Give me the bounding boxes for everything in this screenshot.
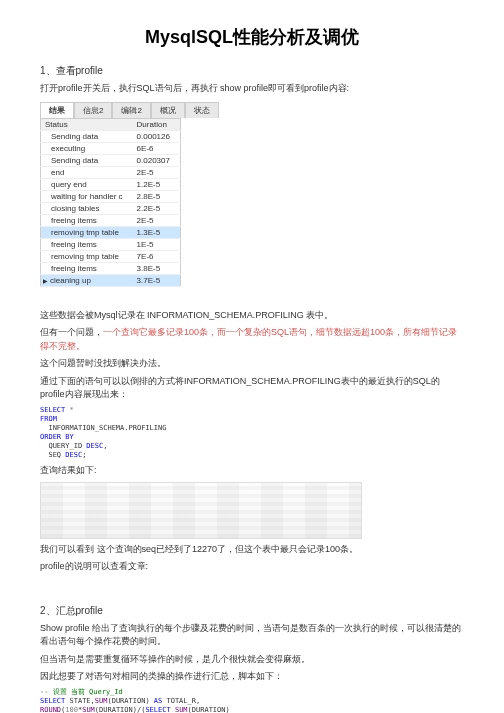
table-row: cleaning up3.7E-5	[41, 274, 181, 286]
table-row: waiting for handler c2.8E-5	[41, 190, 181, 202]
page-title: MysqlSQL性能分析及调优	[40, 25, 464, 49]
section1-heading: 1、查看profile	[40, 64, 464, 78]
result-screenshot	[40, 482, 362, 539]
s1-intro: 打开profile开关后，执行SQL语句后，再执行 show profile即可…	[40, 82, 464, 96]
s1-p2: 但有一个问题，一个查询它最多记录100条，而一个复杂的SQL语句，细节数据远超1…	[40, 326, 464, 353]
sql-block-1: SELECT * FROM INFORMATION_SCHEMA.PROFILI…	[40, 406, 464, 461]
section2-heading: 2、汇总profile	[40, 604, 464, 618]
table-row: Sending data0.020307	[41, 154, 181, 166]
table-row: removing tmp table1.3E-5	[41, 226, 181, 238]
result-tabs: 结果 信息2 编辑2 概况 状态	[40, 102, 464, 118]
tab-profile[interactable]: 概况	[151, 102, 185, 118]
s2-p1: Show profile 给出了查询执行的每个步骤及花费的时间，当语句是数百条的…	[40, 622, 464, 649]
sql-block-2: -- 设置 当前 Query_Id SELECT STATE,SUM(DURAT…	[40, 688, 464, 713]
s1-p4: 通过下面的语句可以以倒排的方式将INFORMATION_SCHEMA.PROFI…	[40, 375, 464, 402]
s2-p2: 但当语句是需要重复循环等操作的时候，是几个很快就会变得麻烦。	[40, 653, 464, 667]
s1-p6: 我们可以看到 这个查询的seq已经到了12270了，但这个表中最只会记录100条…	[40, 543, 464, 557]
table-row: freeing items2E-5	[41, 214, 181, 226]
table-row: closing tables2.2E-5	[41, 202, 181, 214]
s1-p1: 这些数据会被Mysql记录在 INFORMATION_SCHEMA.PROFIL…	[40, 309, 464, 323]
profile-table: StatusDuration Sending data0.000126 exec…	[40, 118, 181, 287]
tab-edit[interactable]: 编辑2	[112, 102, 150, 118]
s1-p5: 查询结果如下:	[40, 464, 464, 478]
s2-p3: 因此想要了对语句对相同的类操的操作进行汇总，脚本如下：	[40, 670, 464, 684]
s1-p3: 这个问题暂时没找到解决办法。	[40, 357, 464, 371]
s1-p7: profile的说明可以查看文章:	[40, 560, 464, 574]
table-row: removing tmp table7E-6	[41, 250, 181, 262]
tab-info[interactable]: 信息2	[74, 102, 112, 118]
table-row: freeing items3.8E-5	[41, 262, 181, 274]
tab-status[interactable]: 状态	[185, 102, 219, 118]
table-row: Sending data0.000126	[41, 130, 181, 142]
table-row: executing6E-6	[41, 142, 181, 154]
table-row: freeing items1E-5	[41, 238, 181, 250]
tab-result[interactable]: 结果	[40, 102, 74, 118]
table-row: end2E-5	[41, 166, 181, 178]
table-row: query end1.2E-5	[41, 178, 181, 190]
